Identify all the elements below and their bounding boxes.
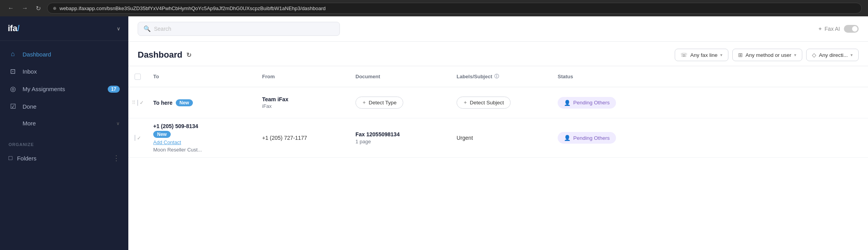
method-user-label: Any method or user xyxy=(746,52,791,58)
sidebar-item-folders[interactable]: □ Folders ⋮ xyxy=(0,149,128,167)
direction-chevron: ▾ xyxy=(850,53,853,58)
row2-check-icon[interactable]: ✓ xyxy=(137,135,141,141)
fax-ai-text: Fax AI xyxy=(824,26,840,32)
sidebar-logo: ifa/ xyxy=(8,23,19,33)
sidebar-item-inbox[interactable]: ⊡ Inbox xyxy=(0,63,128,80)
direction-filter[interactable]: ◇ Any directi... ▾ xyxy=(806,49,859,61)
row2-to-content: +1 (205) 509-8134 New Add Contact Moon R… xyxy=(153,123,250,153)
top-bar: 🔍 Search ✦ Fax AI xyxy=(128,16,868,42)
row2-status-cell: 👤 Pending Others xyxy=(551,127,868,148)
fax-ai-label: ✦ Fax AI xyxy=(818,26,840,32)
table-row[interactable]: ⠿ ✓ To here New Team iFax iFax xyxy=(128,87,868,118)
row2-new-badge: New xyxy=(153,131,171,138)
row1-pending-others-button[interactable]: 👤 Pending Others xyxy=(558,97,616,109)
assignments-icon: ◎ xyxy=(9,85,17,93)
row1-check-icon[interactable]: ✓ xyxy=(140,100,144,106)
header-from: From xyxy=(256,70,349,83)
detect-type-label: Detect Type xyxy=(369,100,397,106)
fax-line-filter[interactable]: ☏ Any fax line ▾ xyxy=(675,49,728,61)
detect-subject-star-icon: ✦ xyxy=(463,100,467,106)
row2-phone: +1 (205) 509-8134 xyxy=(153,123,250,129)
sidebar-item-more[interactable]: More ∨ xyxy=(0,115,128,131)
row2-document-cell: Fax 12055098134 1 page xyxy=(349,127,450,149)
sidebar-expand-chevron[interactable]: ∨ xyxy=(117,26,121,32)
fax-line-label: Any fax line xyxy=(690,52,718,58)
method-user-filter[interactable]: ⊞ Any method or user ▾ xyxy=(732,49,802,61)
sidebar: ifa/ ∨ ⌂ Dashboard ⊡ Inbox ◎ My Assignme… xyxy=(0,16,128,250)
fax-ai-star-icon: ✦ xyxy=(818,26,822,32)
row1-select-cell: ⠿ ✓ xyxy=(128,95,147,111)
url-bar[interactable]: ⊕ webapp.ifaxapp.com/bsnBke3SuZD35bfYxV4… xyxy=(47,3,862,14)
row2-checkbox[interactable] xyxy=(135,135,135,141)
row1-to-label: To here xyxy=(153,100,173,106)
row1-checkbox[interactable] xyxy=(137,100,138,106)
select-all-checkbox[interactable] xyxy=(135,74,141,80)
dashboard-refresh-icon[interactable]: ↻ xyxy=(186,51,191,59)
row2-customer-name: Moon Reseller Cust... xyxy=(153,147,250,153)
search-placeholder: Search xyxy=(154,26,171,32)
sidebar-item-label: Inbox xyxy=(23,68,120,75)
detect-type-star-icon: ✦ xyxy=(362,100,366,106)
refresh-button[interactable]: ↻ xyxy=(34,3,42,14)
row2-doc-name: Fax 12055098134 xyxy=(355,131,444,137)
header-status-label: Status xyxy=(558,74,573,79)
sidebar-header: ifa/ ∨ xyxy=(0,16,128,41)
inbox-icon: ⊡ xyxy=(9,67,17,76)
row1-to-content: To here New xyxy=(153,99,250,106)
sidebar-nav: ⌂ Dashboard ⊡ Inbox ◎ My Assignments 17 … xyxy=(0,41,128,136)
fax-ai-toggle[interactable] xyxy=(844,25,859,33)
header-to: To xyxy=(147,70,256,83)
table-header: To From Document Labels/Subject ⓘ Status xyxy=(128,66,868,87)
labels-info-icon[interactable]: ⓘ xyxy=(494,73,499,80)
dashboard-title-text: Dashboard xyxy=(138,50,182,60)
row2-pending-others-button[interactable]: 👤 Pending Others xyxy=(558,132,616,144)
lock-icon: ⊕ xyxy=(53,6,56,11)
sidebar-item-dashboard[interactable]: ⌂ Dashboard xyxy=(0,46,128,63)
fax-line-icon: ☏ xyxy=(681,52,688,58)
sidebar-item-my-assignments[interactable]: ◎ My Assignments 17 xyxy=(0,80,128,98)
forward-button[interactable]: → xyxy=(20,3,30,13)
sidebar-item-label: Dashboard xyxy=(23,51,120,58)
drag-handle-icon: ⠿ xyxy=(132,100,136,106)
row2-select-cell: ✓ xyxy=(128,130,147,146)
header-to-label: To xyxy=(153,74,159,79)
row2-from-number: +1 (205) 727-1177 xyxy=(262,135,307,141)
search-icon: 🔍 xyxy=(144,25,151,32)
row1-from-cell: Team iFax iFax xyxy=(256,92,349,114)
row2-doc-pages: 1 page xyxy=(355,139,444,144)
detect-type-button[interactable]: ✦ Detect Type xyxy=(355,97,403,109)
sidebar-item-label: More xyxy=(23,120,111,127)
folder-icon: □ xyxy=(9,155,12,162)
direction-icon: ◇ xyxy=(812,52,816,58)
method-user-icon: ⊞ xyxy=(738,52,743,58)
organize-section-label: ORGANIZE xyxy=(0,136,128,149)
row1-labels-cell: ✦ Detect Subject xyxy=(450,92,551,113)
row2-pending-others-icon: 👤 xyxy=(564,135,570,141)
header-document: Document xyxy=(349,70,450,83)
sidebar-item-done[interactable]: ☑ Done xyxy=(0,98,128,115)
fax-table: To From Document Labels/Subject ⓘ Status xyxy=(128,66,868,250)
app-container: ifa/ ∨ ⌂ Dashboard ⊡ Inbox ◎ My Assignme… xyxy=(0,16,868,250)
header-document-label: Document xyxy=(355,74,380,79)
method-user-chevron: ▾ xyxy=(794,53,796,58)
folders-label: Folders xyxy=(17,155,37,162)
folders-dots-menu[interactable]: ⋮ xyxy=(113,154,120,162)
done-icon: ☑ xyxy=(9,102,17,111)
table-row[interactable]: ✓ +1 (205) 509-8134 New Add Contact Moon… xyxy=(128,118,868,158)
back-button[interactable]: ← xyxy=(6,3,16,13)
detect-subject-button[interactable]: ✦ Detect Subject xyxy=(457,97,511,109)
dashboard-title-row: Dashboard ↻ xyxy=(138,50,191,60)
header-select xyxy=(128,70,147,83)
row2-label-urgent: Urgent xyxy=(457,135,473,141)
row1-status-label: Pending Others xyxy=(573,100,610,106)
header-status: Status xyxy=(551,70,868,83)
logo-slash: / xyxy=(17,23,19,33)
search-bar[interactable]: 🔍 Search xyxy=(138,22,340,36)
row1-from-sub: iFax xyxy=(262,103,343,109)
header-labels: Labels/Subject ⓘ xyxy=(450,70,551,83)
browser-chrome: ← → ↻ ⊕ webapp.ifaxapp.com/bsnBke3SuZD35… xyxy=(0,0,868,16)
row2-add-contact-link[interactable]: Add Contact xyxy=(153,139,250,145)
assignments-badge: 17 xyxy=(108,86,120,93)
row1-to-cell: To here New xyxy=(147,95,256,111)
row2-status-label: Pending Others xyxy=(573,135,610,141)
